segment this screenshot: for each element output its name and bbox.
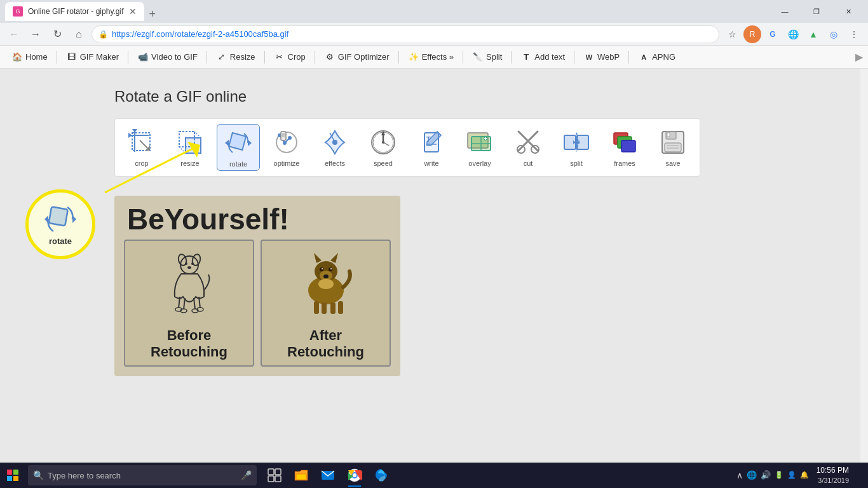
tool-split[interactable]: split xyxy=(555,124,598,171)
mic-icon[interactable]: 🎤 xyxy=(241,470,252,480)
svg-rect-98 xyxy=(296,474,306,480)
network-icon: 🌐 xyxy=(747,470,757,480)
menu-split[interactable]: 🔪 Split xyxy=(466,49,508,65)
scrollbar[interactable] xyxy=(860,69,868,463)
svg-rect-95 xyxy=(275,469,281,475)
menu-webp[interactable]: W WebP xyxy=(577,49,626,65)
tool-rotate[interactable]: rotate xyxy=(217,124,260,171)
forward-button[interactable]: → xyxy=(27,25,44,43)
drive-icon[interactable]: ▲ xyxy=(804,25,822,43)
rotate-callout-label: rotate xyxy=(49,236,72,246)
panel-before: BeforeRetouching xyxy=(124,240,254,367)
separator xyxy=(463,51,463,64)
gif-panels: BeforeRetouching xyxy=(114,240,400,376)
tool-write[interactable]: T write xyxy=(410,124,453,171)
lock-icon: 🔒 xyxy=(98,30,108,39)
menu-effects-label: Effects » xyxy=(422,52,454,62)
optimizer-icon: ⚙ xyxy=(324,51,336,63)
svg-point-64 xyxy=(185,262,187,265)
url-bar[interactable]: 🔒 https://ezgif.com/rotate/ezgif-2-a4510… xyxy=(92,25,719,43)
notification-icon[interactable]: 🔔 xyxy=(800,471,809,479)
overlay-tool-icon xyxy=(464,126,496,158)
menu-crop[interactable]: ✂ Crop xyxy=(268,49,312,65)
separator xyxy=(511,51,512,64)
menu-gif-optimizer[interactable]: ⚙ GIF Optimizer xyxy=(318,49,396,65)
translate-icon[interactable]: 🌐 xyxy=(784,25,802,43)
optimize-tool-icon xyxy=(271,126,302,158)
new-tab-button[interactable]: + xyxy=(144,8,161,21)
optimize-label: optimize xyxy=(274,159,300,167)
svg-rect-10 xyxy=(229,133,246,150)
resize-icon: ⤢ xyxy=(216,51,227,63)
tray-up-arrow[interactable]: ∧ xyxy=(736,470,743,480)
home-button[interactable]: ⌂ xyxy=(70,25,88,43)
taskbar-search-bar[interactable]: 🔍 Type here to search 🎤 xyxy=(28,465,257,485)
before-label: BeforeRetouching xyxy=(151,327,227,360)
gif-maker-icon: 🎞 xyxy=(66,51,78,63)
frames-tool-icon xyxy=(609,126,641,158)
taskbar-mail[interactable] xyxy=(315,463,341,488)
cut-label: cut xyxy=(524,159,533,167)
bookmark-icon[interactable]: ☆ xyxy=(723,25,741,43)
menu-add-text[interactable]: T Add text xyxy=(514,49,571,65)
menu-resize[interactable]: ⤢ Resize xyxy=(210,49,262,65)
profile-icon[interactable]: R xyxy=(743,25,761,43)
overlay-label: overlay xyxy=(468,159,491,167)
tool-speed[interactable]: speed xyxy=(362,124,405,171)
svg-line-68 xyxy=(184,298,185,309)
tool-save[interactable]: save xyxy=(651,124,695,171)
active-tab[interactable]: G Online GIF rotator - giphy.gif ✕ xyxy=(5,2,144,21)
svg-point-84 xyxy=(323,274,329,278)
tab-bar: G Online GIF rotator - giphy.gif ✕ + xyxy=(5,2,768,21)
write-label: write xyxy=(424,159,438,167)
people-icon: 👤 xyxy=(787,471,796,479)
taskbar-file-explorer[interactable] xyxy=(288,463,314,488)
menu-video-to-gif[interactable]: 📹 Video to GIF xyxy=(131,49,204,65)
menu-gif-maker[interactable]: 🎞 GIF Maker xyxy=(60,49,125,65)
separator xyxy=(574,51,574,64)
menu-effects[interactable]: ✨ Effects » xyxy=(402,49,460,65)
after-label: AfterRetouching xyxy=(287,327,364,360)
menu-crop-label: Crop xyxy=(288,52,306,62)
rotate-callout: rotate xyxy=(25,189,95,259)
time-display[interactable]: 10:56 PM 3/31/2019 xyxy=(817,466,849,485)
svg-rect-94 xyxy=(268,469,274,475)
tool-overlay[interactable]: overlay xyxy=(458,124,501,171)
minimize-button[interactable]: — xyxy=(770,2,799,21)
tool-optimize[interactable]: optimize xyxy=(265,124,308,171)
menu-apng[interactable]: A APNG xyxy=(632,49,682,65)
rotate-tool-icon xyxy=(222,127,254,159)
effects-icon: ✨ xyxy=(408,51,419,63)
extension-icon[interactable]: G xyxy=(764,25,782,43)
speaker-icon: 🔊 xyxy=(761,470,771,480)
taskbar-tray: ∧ 🌐 🔊 🔋 👤 🔔 10:56 PM 3/31/2019 xyxy=(731,466,868,485)
tool-effects[interactable]: effects xyxy=(313,124,356,171)
svg-rect-96 xyxy=(268,476,274,482)
menu-home[interactable]: 🏠 Home xyxy=(5,49,54,65)
save-label: save xyxy=(665,159,680,167)
chrome-icon[interactable]: ◎ xyxy=(825,25,843,43)
save-tool-icon xyxy=(657,126,689,158)
refresh-button[interactable]: ↻ xyxy=(48,25,66,43)
back-button[interactable]: ← xyxy=(5,25,23,43)
taskbar-edge[interactable] xyxy=(369,463,394,488)
gif-title: BeYourself! xyxy=(114,196,400,240)
svg-rect-93 xyxy=(13,476,18,481)
maximize-button[interactable]: ❐ xyxy=(802,2,831,21)
scroll-right-arrow[interactable]: ▶ xyxy=(855,51,863,63)
svg-marker-79 xyxy=(330,253,338,263)
start-button[interactable] xyxy=(0,463,25,488)
tool-cut[interactable]: cut xyxy=(506,124,550,171)
taskbar-task-view[interactable] xyxy=(262,463,287,488)
svg-rect-90 xyxy=(7,470,12,475)
callout-arrow xyxy=(98,135,213,199)
svg-rect-86 xyxy=(322,302,327,314)
tool-frames[interactable]: frames xyxy=(603,124,646,171)
close-button[interactable]: ✕ xyxy=(834,2,863,21)
svg-rect-92 xyxy=(7,476,12,481)
taskbar-chrome[interactable] xyxy=(342,463,367,488)
tab-close-button[interactable]: ✕ xyxy=(129,6,137,17)
menu-gif-maker-label: GIF Maker xyxy=(80,52,119,62)
menu-video-label: Video to GIF xyxy=(151,52,198,62)
settings-icon[interactable]: ⋮ xyxy=(845,25,863,43)
